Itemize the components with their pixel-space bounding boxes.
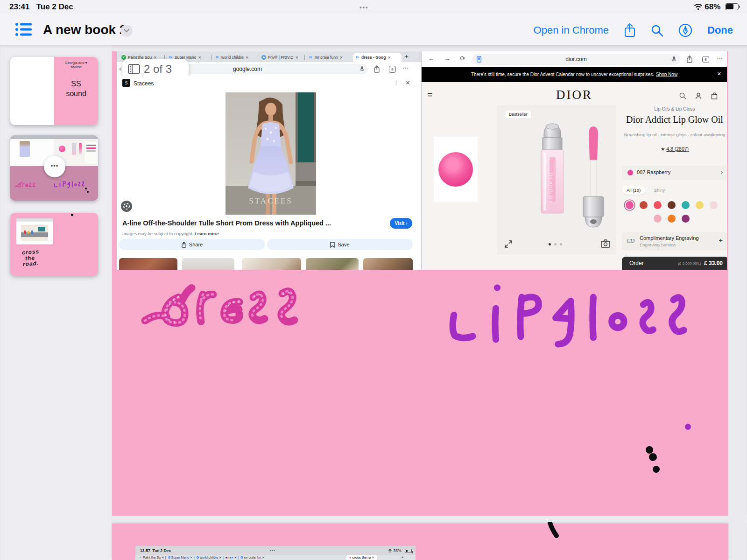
shade-swatch[interactable] bbox=[640, 201, 648, 209]
shade-swatch-tile[interactable] bbox=[434, 137, 478, 202]
dress-photo[interactable]: STACEES bbox=[226, 92, 316, 215]
mini-battery-icon bbox=[405, 549, 412, 553]
clock: 23:41 bbox=[9, 2, 29, 11]
shade-swatch[interactable] bbox=[710, 201, 718, 209]
tab-switcher-button[interactable]: 6 bbox=[389, 66, 396, 73]
share-button[interactable]: Share bbox=[119, 239, 265, 250]
related-thumb[interactable] bbox=[182, 258, 234, 270]
page-thumbnail-3[interactable]: cross the road. bbox=[10, 213, 98, 276]
tab-label: mr craie funn bbox=[315, 55, 338, 60]
shade-swatch[interactable] bbox=[682, 215, 690, 223]
dior-account-icon[interactable] bbox=[695, 92, 702, 99]
black-ink-dot bbox=[653, 466, 660, 473]
mini-tab-label: mr craie fun bbox=[244, 556, 261, 559]
tab-favicon-google: G bbox=[355, 55, 359, 60]
back-icon[interactable]: ‹ bbox=[119, 64, 121, 72]
pasted-screenshot[interactable]: ✓ Paint the Squ ✕ G Super Mario ✕ G worl… bbox=[117, 51, 727, 270]
tab-close-icon[interactable]: ✕ bbox=[388, 56, 391, 60]
shade-filter-tabs: All (10) Shiny bbox=[622, 185, 665, 194]
rating-link[interactable]: 4.8 (2807) bbox=[666, 146, 689, 152]
tab-close-icon[interactable]: ✕ bbox=[340, 56, 343, 60]
learn-more-link[interactable]: Learn more bbox=[195, 231, 219, 236]
mic-icon[interactable] bbox=[672, 56, 676, 63]
result-title[interactable]: A-line Off-the-Shoulder Tulle Short Prom… bbox=[122, 219, 331, 227]
related-thumb[interactable] bbox=[119, 258, 177, 270]
product-image-tile[interactable]: Bestseller bbox=[497, 105, 616, 254]
tab-close-icon[interactable]: ✕ bbox=[246, 56, 249, 60]
tab-close-icon[interactable]: ✕ bbox=[198, 56, 201, 60]
engraving-title: Complimentary Engraving bbox=[640, 235, 699, 241]
thumb1-title-line1: SS bbox=[54, 79, 98, 89]
shade-swatch-grid bbox=[621, 200, 727, 228]
multitask-dots[interactable]: ••• bbox=[359, 4, 369, 11]
engraving-card[interactable]: CD Complimentary Engraving Engraving Ser… bbox=[622, 232, 727, 251]
mini-tab-label: world childre bbox=[200, 556, 218, 559]
share-icon[interactable] bbox=[687, 56, 692, 63]
new-tab-button[interactable]: + bbox=[404, 52, 409, 60]
related-thumb[interactable] bbox=[363, 258, 413, 270]
google-lens-icon[interactable] bbox=[120, 200, 133, 212]
shade-selector-row[interactable]: 007 Raspberry › bbox=[622, 166, 727, 180]
filter-tab-all[interactable]: All (10) bbox=[622, 186, 645, 195]
expand-image-icon[interactable] bbox=[504, 239, 513, 249]
markup-pencil-icon[interactable] bbox=[678, 23, 692, 37]
shade-swatch[interactable] bbox=[682, 201, 690, 209]
selected-shade-name: 007 Raspberry bbox=[637, 169, 670, 175]
banner-close-icon[interactable]: ✕ bbox=[717, 71, 721, 77]
result-close-icon[interactable]: ✕ bbox=[405, 79, 410, 86]
right-address-bar[interactable]: dior.com bbox=[472, 54, 680, 65]
browser-tab[interactable]: G mr craie funn ✕ bbox=[306, 53, 353, 62]
next-page[interactable]: 13:57 Tue 2 Dec ••• 36% ✓ Paint the Sq bbox=[112, 524, 728, 560]
page-thumbnail-2-current[interactable]: ••• bbox=[10, 135, 98, 201]
shade-swatch[interactable] bbox=[668, 215, 676, 223]
browser-tab[interactable]: Friv® | FRIV.C ✕ bbox=[260, 53, 306, 62]
save-button[interactable]: Save bbox=[267, 239, 413, 250]
browser-tab-active[interactable]: G dress - Goog ✕ bbox=[353, 53, 402, 62]
order-label: Order bbox=[629, 260, 644, 266]
shade-swatch[interactable] bbox=[696, 201, 704, 209]
chrome-menu-icon[interactable]: ⋯ bbox=[402, 64, 409, 71]
share-icon[interactable] bbox=[624, 23, 636, 37]
product-info-panel: Lip Oils & Lip Gloss Dior Addict Lip Glo… bbox=[621, 105, 727, 270]
handwritten-word-dress[interactable] bbox=[140, 273, 301, 334]
search-icon[interactable] bbox=[651, 24, 663, 37]
tab-close-icon[interactable]: ✕ bbox=[295, 56, 298, 60]
filter-tab-shiny[interactable]: Shiny bbox=[654, 188, 665, 193]
engraving-add-icon[interactable]: + bbox=[719, 236, 723, 244]
try-on-camera-icon[interactable] bbox=[601, 239, 610, 248]
handwritten-word-lipgloss[interactable] bbox=[443, 274, 706, 355]
image-pagination-dots[interactable] bbox=[549, 243, 562, 245]
dior-bag-icon[interactable] bbox=[711, 92, 718, 99]
mic-icon[interactable] bbox=[360, 66, 364, 72]
browser-tab[interactable]: G world childre ✕ bbox=[213, 53, 260, 62]
shade-swatch[interactable] bbox=[654, 215, 662, 223]
ipad-screen: 23:41 Tue 2 Dec ••• 68% A new book 2 bbox=[0, 0, 747, 560]
related-thumb[interactable] bbox=[242, 258, 301, 270]
page-thumbnail-1[interactable]: Georgia and ♥ saoirse SS sound bbox=[10, 57, 98, 125]
visit-button[interactable]: Visit › bbox=[390, 218, 412, 229]
chrome-menu-icon[interactable]: ⋯ bbox=[717, 55, 723, 62]
tab-switcher-button[interactable]: 6 bbox=[702, 56, 709, 63]
open-in-chrome-button[interactable]: Open in Chrome bbox=[534, 24, 609, 36]
forward-icon[interactable]: → bbox=[444, 55, 451, 62]
dior-promo-banner: There's still time, secure the Dior Adve… bbox=[422, 67, 727, 82]
order-bar[interactable]: Order (£ 5,500.00/L) £ 33.00 bbox=[622, 257, 727, 270]
black-ink-dot bbox=[649, 453, 657, 461]
shade-swatch[interactable] bbox=[626, 201, 634, 209]
product-category[interactable]: Lip Oils & Lip Gloss bbox=[621, 106, 727, 112]
done-button[interactable]: Done bbox=[707, 24, 733, 36]
page-options-button[interactable]: ••• bbox=[44, 156, 65, 177]
pages-list-icon[interactable] bbox=[15, 21, 32, 37]
share-icon[interactable] bbox=[374, 65, 380, 73]
dior-search-icon[interactable] bbox=[679, 92, 686, 99]
battery-icon bbox=[725, 3, 739, 10]
tab-favicon-google: G bbox=[308, 55, 313, 60]
reload-icon[interactable]: ⟳ bbox=[460, 55, 465, 62]
title-dropdown-button[interactable] bbox=[120, 25, 133, 37]
shade-swatch[interactable] bbox=[668, 201, 676, 209]
banner-shop-now-link[interactable]: Shop Now bbox=[656, 72, 677, 77]
shade-swatch[interactable] bbox=[654, 201, 662, 209]
result-menu-icon[interactable]: ⋮ bbox=[393, 79, 399, 86]
back-icon[interactable]: ← bbox=[428, 55, 435, 62]
related-thumb[interactable] bbox=[306, 258, 359, 270]
